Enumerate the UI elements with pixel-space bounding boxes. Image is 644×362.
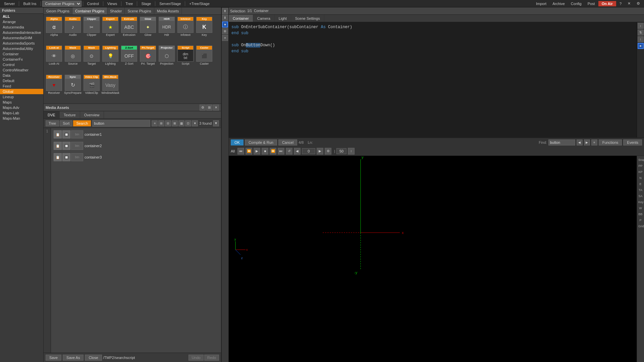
pb-play[interactable]: ▶: [254, 148, 260, 155]
view-filter-btn[interactable]: ▼: [192, 120, 198, 126]
pb-settings[interactable]: ⚙: [325, 148, 331, 155]
stage-menu[interactable]: Stage: [139, 1, 154, 6]
tab-tree[interactable]: Tree: [46, 120, 59, 126]
ok-button[interactable]: OK: [231, 139, 244, 145]
tab-scene-plugins[interactable]: Scene Plugins: [125, 7, 154, 14]
folder-item-maps[interactable]: Maps: [0, 100, 43, 105]
close-icon-topbar[interactable]: ✕: [625, 1, 633, 6]
builtins-menu[interactable]: Built Ins: [20, 1, 39, 6]
tool-btn-4[interactable]: ⊞: [222, 28, 228, 34]
tab-light[interactable]: Light: [275, 15, 291, 22]
functions-button[interactable]: Functions: [599, 139, 622, 145]
cancel-code-button[interactable]: Cancel: [278, 139, 297, 145]
scene-viewport[interactable]: x y -y x y z: [229, 156, 637, 362]
folder-item-astucemedia[interactable]: Astucemedia: [0, 24, 43, 30]
plugin-extrusion[interactable]: Extrude ABC Extrusion: [120, 16, 138, 44]
media-tab-dve[interactable]: DVE: [44, 111, 60, 118]
plugin-expert[interactable]: Expert ★ Expert: [101, 16, 119, 44]
pb-next-end[interactable]: ⏭: [278, 148, 284, 155]
tool-btn-5[interactable]: ≡: [222, 35, 228, 41]
file-item-container1[interactable]: 📋 🔲 btn container1: [52, 129, 220, 140]
find-prev-btn[interactable]: ◀: [577, 139, 583, 145]
plugin-alpha[interactable]: Alpha α Alpha: [45, 16, 63, 44]
find-next-btn[interactable]: ▶: [584, 139, 590, 145]
folder-item-control[interactable]: Control: [0, 62, 43, 67]
server-stage-menu[interactable]: Server/Stage: [157, 1, 183, 6]
folder-item-controlweather[interactable]: ControlWeather: [0, 67, 43, 73]
plugin-lookat[interactable]: Look at 👁 Look-At: [45, 45, 63, 73]
side-label-p[interactable]: P: [638, 218, 643, 223]
folder-item-maps-adv[interactable]: Maps-Adv: [0, 105, 43, 110]
tool-btn-2[interactable]: ⬇: [222, 15, 228, 21]
tab-camera[interactable]: Camera: [253, 15, 275, 22]
tab-scene-settings[interactable]: Scene Settings: [291, 15, 324, 22]
file-item-container2[interactable]: 📋 🔲 btn container2: [52, 140, 220, 152]
view-details-btn[interactable]: ⊡: [185, 120, 191, 126]
view-grid-medium-btn[interactable]: ⊟: [165, 120, 171, 126]
side-label-ta[interactable]: TA: [638, 187, 643, 193]
view-list-btn[interactable]: ≡: [152, 120, 158, 126]
tree-menu[interactable]: Tree: [123, 1, 136, 6]
folder-item-astucemediasports[interactable]: AstucemediaSports: [0, 41, 43, 46]
code-tool-1[interactable]: ↕: [638, 23, 644, 29]
plugin-zsort[interactable]: Z-Sort OFF Z-Sort: [120, 45, 138, 73]
tab-shader[interactable]: Shader: [107, 7, 125, 14]
tab-container[interactable]: Container: [229, 15, 253, 22]
import-menu[interactable]: Import: [533, 1, 549, 6]
code-tool-3[interactable]: ↕: [638, 36, 644, 42]
save-as-button[interactable]: Save As: [63, 355, 84, 361]
plugin-mask-source[interactable]: Mask ◎ Source: [64, 45, 82, 73]
folder-item-containerfx[interactable]: ContainerFx: [0, 57, 43, 62]
tree-stage-menu[interactable]: +Tree/Stage: [186, 1, 212, 6]
folder-item-maps-man[interactable]: Maps-Man: [0, 116, 43, 121]
media-settings-btn[interactable]: ⚙: [200, 105, 206, 111]
file-item-container3[interactable]: 📋 🔲 btn container3: [52, 152, 220, 163]
folder-item-data[interactable]: Data: [0, 73, 43, 78]
plugin-sync[interactable]: Sync ↻ SyncPrepare: [64, 74, 82, 102]
media-tab-texture[interactable]: Texture: [60, 111, 80, 118]
settings-icon[interactable]: ⚙: [634, 1, 643, 6]
side-label-pp[interactable]: PP: [638, 163, 643, 169]
tab-media-assets-top[interactable]: Media Assets: [154, 7, 182, 14]
folder-item-default[interactable]: Default: [0, 78, 43, 83]
pb-prev-end[interactable]: ⏮: [237, 148, 244, 155]
plugin-clipper[interactable]: Clipper ✂ Clipper: [83, 16, 101, 44]
side-label-key[interactable]: Key: [638, 199, 643, 205]
compile-run-button[interactable]: Compile & Run: [245, 139, 277, 145]
folder-item-all[interactable]: ALL: [0, 14, 43, 19]
tab-search[interactable]: Search: [73, 120, 91, 126]
folder-item-container[interactable]: Container: [0, 51, 43, 57]
close-button[interactable]: Close: [85, 355, 102, 361]
folder-item-astucemediainteractive[interactable]: AstucemediaInteractive: [0, 30, 43, 35]
tab-geom-plugins[interactable]: Geom Plugins: [44, 7, 72, 14]
code-editor[interactable]: sub OnEnterSubContainer(subContainer As …: [229, 22, 637, 137]
code-tool-2[interactable]: ⇅: [638, 29, 644, 36]
code-tool-active[interactable]: ■: [638, 43, 644, 49]
tool-btn-3-active[interactable]: ■: [222, 21, 228, 27]
find-options-btn[interactable]: ≡: [591, 139, 597, 145]
media-grid-btn[interactable]: ⊞: [206, 105, 212, 111]
on-air-button[interactable]: On Air: [598, 1, 616, 6]
plugin-mask-target[interactable]: Mask ⊙ Target: [83, 45, 101, 73]
side-label-w[interactable]: W: [638, 205, 643, 211]
folder-item-astucemediautility[interactable]: AstucemediaUtility: [0, 46, 43, 51]
pb-next[interactable]: ⏩: [270, 148, 276, 155]
plugin-videoclip[interactable]: Video Clip 🎬 VideoClip: [83, 74, 101, 102]
folder-item-feed[interactable]: Feed: [0, 83, 43, 89]
search-input[interactable]: [92, 120, 150, 127]
save-button[interactable]: Save: [46, 355, 61, 361]
plugin-glow[interactable]: Glow ✦ Glow: [139, 16, 157, 44]
media-close-btn[interactable]: ✕: [213, 105, 219, 111]
pb-frame-back[interactable]: ◀: [294, 148, 301, 155]
plugin-projection[interactable]: Projector ⬡ Projection: [158, 45, 176, 73]
folder-item-global[interactable]: Global: [0, 89, 43, 94]
container-plugins-dropdown[interactable]: Container Plugins: [42, 1, 82, 7]
row-num-toggle[interactable]: 1: [46, 129, 48, 133]
archive-menu[interactable]: Archive: [550, 1, 568, 6]
pb-prev[interactable]: ⏪: [246, 148, 252, 155]
pb-frame-forward[interactable]: ▶: [317, 148, 323, 155]
media-tab-overview[interactable]: Overview: [80, 111, 104, 118]
view-grid-xl-btn[interactable]: ▦: [178, 120, 184, 126]
plugin-windowmask[interactable]: Win.Mask Vasy WindowMask: [101, 74, 119, 102]
redo-button[interactable]: Redo: [204, 355, 219, 361]
